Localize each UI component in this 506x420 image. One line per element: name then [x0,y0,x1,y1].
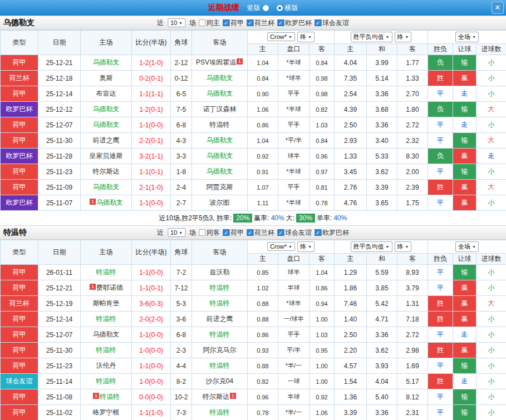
league-cell: 荷兰杯 [1,71,38,86]
filter-option[interactable]: ✓荷兰杯 [247,228,274,238]
home-team-name[interactable]: 格罗宁根 [93,408,120,416]
home-team-name[interactable]: 乌德勒支 [93,121,120,129]
avg-select[interactable]: 胜平负均值▼ [351,32,392,42]
sub-header: 主 [335,254,367,265]
away-team-name[interactable]: 波尔图 [210,199,230,206]
home-team-name[interactable]: 特温特 [96,268,116,276]
filter-option[interactable]: ✓球会友谊 [315,18,349,28]
away-team-name[interactable]: 前进之鹰 [207,315,233,323]
away-team-name[interactable]: 特温特 [210,121,230,129]
radio-selected-icon[interactable] [277,5,283,11]
scope-select[interactable]: 全场▼ [455,241,479,252]
checkbox-icon[interactable] [199,19,205,26]
away-team-name[interactable]: PSV埃因霍温 [196,58,236,66]
filter-bar: 近10▼场同主✓荷甲✓荷兰杯✓欧罗巴杯✓球会友谊 [157,18,349,28]
checkbox-icon[interactable]: ✓ [223,229,229,236]
filter-option[interactable]: 同客 [199,228,220,238]
handicap-line-cell: 一/球半 [278,312,310,327]
home-team-name[interactable]: 特温特 [96,346,116,354]
home-team-name[interactable]: 费耶诺德 [96,284,123,291]
date-cell: 25-12-12 [38,102,81,117]
away-team-name[interactable]: 乌德勒支 [207,167,233,175]
odds-home-cell: 1.07 [248,180,278,195]
scope-select[interactable]: 全场▼ [455,32,479,42]
odds-source-select[interactable]: Crow*▼ [267,32,295,41]
away-team-name[interactable]: 诺丁汉森林 [203,105,237,113]
goals-result-cell: 走 [476,149,506,164]
home-team-name[interactable]: 特温特 [96,377,116,385]
odds-final-select[interactable]: 终▼ [297,241,315,252]
home-team-name[interactable]: 皇家贝迪斯 [90,152,123,160]
league-cell: 荷甲 [1,117,38,133]
layout-horizontal-option[interactable]: 横版 [277,3,298,13]
handicap-line-cell: 半球 [278,389,310,405]
home-team-name[interactable]: 乌德勒支 [96,199,123,206]
away-team-name[interactable]: 乌德勒支 [207,74,233,82]
avg-draw-cell: 3.99 [367,55,397,71]
date-cell: 25-11-30 [38,343,81,358]
odds-source-select[interactable]: Crow*▼ [267,242,295,251]
away-team-name[interactable]: 乌德勒支 [207,136,233,144]
filter-option[interactable]: ✓欧罗巴杯 [315,228,349,238]
home-team-name[interactable]: 乌德勒支 [93,58,120,66]
away-team-name[interactable]: 特温特 [210,362,230,369]
away-team-name[interactable]: 阿尔克马尔 [203,346,237,354]
checkbox-icon[interactable]: ✓ [223,19,229,26]
radio-unselected-icon[interactable] [263,5,269,11]
home-team-name[interactable]: 沃伦丹 [96,362,116,369]
filter-option[interactable]: 同主 [199,18,220,28]
home-team-name[interactable]: 乌德勒支 [93,330,120,338]
away-team-name[interactable]: 沙尔克04 [206,377,233,385]
handicap-line-cell: *半/一 [278,358,310,374]
home-team-name[interactable]: 特温特 [96,315,116,323]
column-header: 主场 [81,240,132,265]
home-team-name[interactable]: 特尔斯达 [93,167,120,175]
sub-header: 客 [397,254,428,265]
close-icon[interactable]: ✕ [492,2,504,14]
home-team-name[interactable]: 布雷达 [96,90,116,97]
filter-option[interactable]: ✓荷甲 [223,228,244,238]
table-row: 欧罗巴杯25-11-28皇家贝迪斯3-2(1-1)3-3乌德勒支0.92球半0.… [1,149,506,164]
away-team-name[interactable]: 特温特 [210,408,230,416]
column-header: 主场 [81,31,132,55]
odds-home-cell: 0.92 [248,149,278,164]
games-count-select-label: 10 [170,19,177,26]
table-row: 荷甲25-11-30前进之鹰2-2(0-1)4-3乌德勒支1.04*平/半0.8… [1,133,506,149]
away-team-name[interactable]: 兹沃勒 [210,268,230,276]
away-team-name[interactable]: 特温特 [210,284,230,291]
home-team-name[interactable]: 特温特 [100,393,120,401]
games-count-select[interactable]: 10▼ [168,228,185,237]
summary-text: 近10场,胜2平5负3, 胜率: [159,214,232,223]
avg-final-select[interactable]: 终▼ [395,241,412,252]
home-team-name[interactable]: 乌德勒支 [93,183,120,191]
away-team-name[interactable]: 乌德勒支 [207,152,233,160]
avg-final-select[interactable]: 终▼ [395,32,412,42]
checkbox-icon[interactable]: ✓ [277,229,284,236]
filter-option[interactable]: ✓球会友谊 [277,228,312,238]
checkbox-icon[interactable]: ✓ [277,19,284,26]
away-team-name[interactable]: 特尔斯达 [203,393,229,401]
away-team-name[interactable]: 乌德勒支 [207,90,233,97]
away-team-name[interactable]: 阿贾克斯 [207,183,233,191]
games-count-select[interactable]: 10▼ [168,18,185,27]
outcome-result-cell: 胜 [428,374,453,389]
checkbox-icon[interactable] [199,229,205,236]
home-team-name[interactable]: 前进之鹰 [93,136,120,144]
scope-select-label: 全场 [458,243,470,251]
filter-option[interactable]: ✓荷甲 [223,18,244,28]
home-team-name[interactable]: 乌德勒支 [93,105,120,113]
checkbox-icon[interactable]: ✓ [247,19,253,26]
filter-option[interactable]: ✓荷兰杯 [247,18,274,28]
home-team-name[interactable]: 奥斯 [100,74,113,82]
away-team-name[interactable]: 特温特 [210,299,230,307]
away-team-name[interactable]: 特温特 [210,330,230,338]
layout-vertical-option[interactable]: 竖版 [247,3,269,13]
avg-controls-cell: 胜平负均值▼终▼ [335,240,428,254]
checkbox-icon[interactable]: ✓ [315,19,321,26]
filter-option[interactable]: ✓欧罗巴杯 [277,18,312,28]
avg-select[interactable]: 胜平负均值▼ [351,241,392,252]
odds-final-select[interactable]: 终▼ [297,32,315,42]
checkbox-icon[interactable]: ✓ [315,229,321,236]
home-team-name[interactable]: 斯帕肯堡 [93,299,120,307]
checkbox-icon[interactable]: ✓ [247,229,253,236]
